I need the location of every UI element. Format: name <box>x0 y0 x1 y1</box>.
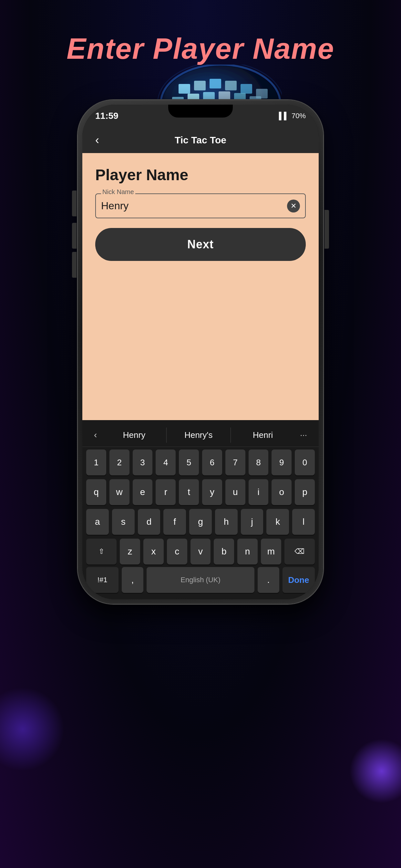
main-content: Player Name Nick Name ✕ Next <box>82 153 319 420</box>
key-8[interactable]: 8 <box>249 450 269 475</box>
key-v[interactable]: v <box>190 538 211 564</box>
key-p[interactable]: p <box>295 479 315 505</box>
delete-icon: ⌫ <box>295 547 305 556</box>
key-m[interactable]: m <box>261 538 281 564</box>
page-title: Enter Player Name <box>66 32 334 66</box>
key-rows: 1 2 3 4 5 6 7 8 9 0 q w <box>82 447 319 567</box>
key-7[interactable]: 7 <box>225 450 245 475</box>
svg-rect-7 <box>241 84 252 94</box>
key-i[interactable]: i <box>249 479 269 505</box>
key-6[interactable]: 6 <box>202 450 222 475</box>
key-row-1: q w e r t y u i o p <box>86 479 315 505</box>
next-button[interactable]: Next <box>95 228 306 261</box>
key-1[interactable]: 1 <box>86 450 106 475</box>
svg-rect-6 <box>225 81 237 90</box>
nickname-input-wrapper: Nick Name ✕ <box>95 193 306 218</box>
key-row-2: a s d f g h j k l <box>86 509 315 535</box>
status-right: ▌▌ 70% <box>279 112 306 120</box>
key-3[interactable]: 3 <box>133 450 153 475</box>
key-2[interactable]: 2 <box>110 450 129 475</box>
key-a[interactable]: a <box>86 509 109 535</box>
signal-icon: ▌▌ <box>279 112 289 120</box>
keyboard-area: ‹ Henry Henry's Henri ··· <box>82 420 319 599</box>
key-9[interactable]: 9 <box>272 450 291 475</box>
notch <box>168 104 233 118</box>
key-z[interactable]: z <box>120 538 140 564</box>
clear-button[interactable]: ✕ <box>287 199 300 213</box>
space-key[interactable]: English (UK) <box>147 567 254 593</box>
phone-frame: 11:59 ▌▌ 70% ‹ Tic Tac Toe Player Name N… <box>78 100 323 604</box>
key-q[interactable]: q <box>86 479 106 505</box>
suggestion-more[interactable]: ··· <box>295 428 312 443</box>
phone-wrapper: 11:59 ▌▌ 70% ‹ Tic Tac Toe Player Name N… <box>78 100 323 604</box>
status-time: 11:59 <box>95 111 119 121</box>
key-k[interactable]: k <box>266 509 289 535</box>
app-bar: ‹ Tic Tac Toe <box>82 127 319 153</box>
key-n[interactable]: n <box>237 538 258 564</box>
key-4[interactable]: 4 <box>156 450 176 475</box>
suggestion-henrys[interactable]: Henry's <box>166 428 231 443</box>
app-bar-title: Tic Tac Toe <box>175 135 226 146</box>
shift-key[interactable]: ⇧ <box>86 538 117 564</box>
svg-rect-4 <box>194 81 206 90</box>
svg-rect-3 <box>179 84 190 94</box>
comma-key[interactable]: , <box>122 567 143 593</box>
suggestion-henry[interactable]: Henry <box>102 428 166 443</box>
section-title: Player Name <box>95 166 306 184</box>
background-glow-right <box>349 739 401 803</box>
key-t[interactable]: t <box>179 479 199 505</box>
key-g[interactable]: g <box>189 509 212 535</box>
key-u[interactable]: u <box>225 479 245 505</box>
suggestion-back-icon[interactable]: ‹ <box>89 427 102 443</box>
number-row: 1 2 3 4 5 6 7 8 9 0 <box>86 450 315 475</box>
key-d[interactable]: d <box>138 509 160 535</box>
clear-icon: ✕ <box>290 202 297 210</box>
key-b[interactable]: b <box>214 538 234 564</box>
key-s[interactable]: s <box>112 509 135 535</box>
key-l[interactable]: l <box>292 509 315 535</box>
period-key[interactable]: . <box>258 567 279 593</box>
battery-level: 70% <box>291 112 306 120</box>
key-x[interactable]: x <box>143 538 164 564</box>
shift-icon: ⇧ <box>98 547 104 556</box>
key-c[interactable]: c <box>167 538 187 564</box>
phone-screen: 11:59 ▌▌ 70% ‹ Tic Tac Toe Player Name N… <box>82 104 319 599</box>
key-0[interactable]: 0 <box>295 450 315 475</box>
background-glow-left <box>0 687 65 771</box>
key-j[interactable]: j <box>241 509 264 535</box>
delete-key[interactable]: ⌫ <box>284 538 315 564</box>
symbols-key[interactable]: !#1 <box>86 567 119 593</box>
bottom-bar: !#1 , English (UK) . Done <box>82 567 319 593</box>
input-label: Nick Name <box>101 188 135 196</box>
nickname-input[interactable] <box>101 197 287 215</box>
svg-rect-12 <box>219 91 230 101</box>
back-button[interactable]: ‹ <box>92 130 102 150</box>
key-y[interactable]: y <box>202 479 222 505</box>
key-f[interactable]: f <box>163 509 186 535</box>
key-o[interactable]: o <box>272 479 291 505</box>
key-h[interactable]: h <box>215 509 238 535</box>
svg-rect-5 <box>210 79 221 89</box>
key-r[interactable]: r <box>156 479 176 505</box>
done-key[interactable]: Done <box>282 567 315 593</box>
key-w[interactable]: w <box>110 479 129 505</box>
suggestion-bar: ‹ Henry Henry's Henri ··· <box>82 423 319 447</box>
suggestion-henri[interactable]: Henri <box>231 428 295 443</box>
key-5[interactable]: 5 <box>179 450 199 475</box>
key-e[interactable]: e <box>133 479 153 505</box>
key-row-3: ⇧ z x c v b n m ⌫ <box>86 538 315 564</box>
